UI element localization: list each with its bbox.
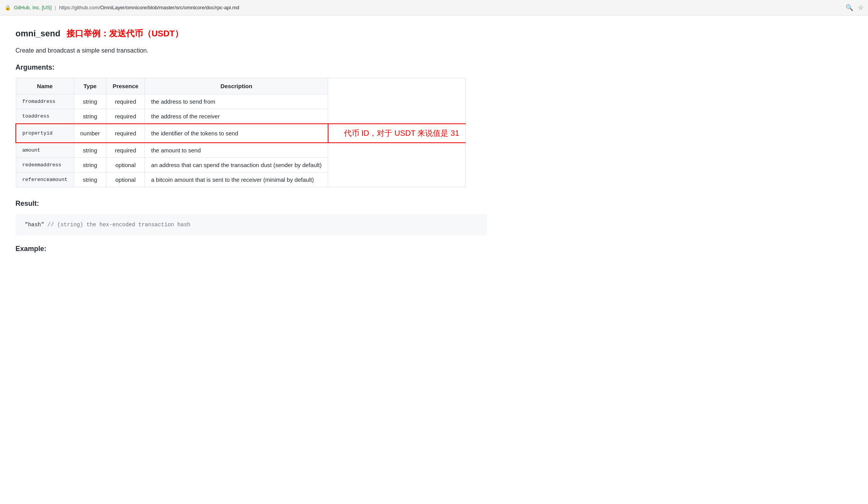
table-header-row: Name Type Presence Description <box>16 78 466 94</box>
cell-description: the address to send from <box>145 94 328 109</box>
annotation-text: 代币 ID，对于 USDT 来说值是 31 <box>336 129 460 137</box>
cell-name: amount <box>16 143 74 158</box>
url-path: OmniLayer/omnicore/blob/master/src/omnic… <box>100 5 239 10</box>
table-row: propertyidnumberrequiredthe identifier o… <box>16 124 466 143</box>
result-heading: Result: <box>15 200 487 208</box>
cell-description: a bitcoin amount that is sent to the rec… <box>145 173 328 187</box>
page-subtitle: 接口举例：发送代币（USDT） <box>66 28 183 39</box>
cell-name: propertyid <box>16 124 74 143</box>
cell-description: the address of the receiver <box>145 109 328 124</box>
browser-icons: 🔍 ☆ <box>846 4 863 11</box>
cell-presence: required <box>106 143 145 158</box>
arguments-heading: Arguments: <box>15 63 487 72</box>
empty-annotation-cell <box>328 94 466 109</box>
lock-icon: 🔒 <box>5 5 11 10</box>
cell-presence: required <box>106 94 145 109</box>
cell-name: fromaddress <box>16 94 74 109</box>
cell-type: string <box>74 158 106 173</box>
table-row: redeemaddressstringoptionalan address th… <box>16 158 466 173</box>
url-base: https://github.com/ <box>59 5 100 10</box>
result-code-block: "hash" // (string) the hex-encoded trans… <box>15 214 487 236</box>
empty-annotation-cell <box>328 143 466 158</box>
main-content: omni_send 接口举例：发送代币（USDT） Create and bro… <box>0 15 502 272</box>
url-separator: | <box>55 5 56 10</box>
result-section: Result: "hash" // (string) the hex-encod… <box>15 200 487 236</box>
cell-name: toaddress <box>16 109 74 124</box>
table-row: fromaddressstringrequiredthe address to … <box>16 94 466 109</box>
empty-annotation-cell <box>328 109 466 124</box>
url-bar[interactable]: https://github.com/OmniLayer/omnicore/bl… <box>59 5 842 10</box>
cell-description: the identifier of the tokens to send <box>145 124 328 143</box>
cell-presence: optional <box>106 158 145 173</box>
empty-annotation-cell <box>328 173 466 187</box>
cell-type: string <box>74 143 106 158</box>
highlighted-annotation: 代币 ID，对于 USDT 来说值是 31 <box>328 124 466 143</box>
cell-presence: required <box>106 124 145 143</box>
col-header-name: Name <box>16 78 74 94</box>
browser-bar: 🔒 GitHub, Inc. [US] | https://github.com… <box>0 0 868 15</box>
cell-description: an address that can spend the transactio… <box>145 158 328 173</box>
col-header-presence: Presence <box>106 78 145 94</box>
page-title-row: omni_send 接口举例：发送代币（USDT） <box>15 28 487 39</box>
col-header-type: Type <box>74 78 106 94</box>
star-icon[interactable]: ☆ <box>858 4 863 11</box>
cell-type: number <box>74 124 106 143</box>
annotation-col-header <box>328 78 466 94</box>
table-row: amountstringrequiredthe amount to send <box>16 143 466 158</box>
api-name: omni_send <box>15 29 60 39</box>
cell-presence: required <box>106 109 145 124</box>
table-row: referenceamountstringoptionala bitcoin a… <box>16 173 466 187</box>
cell-type: string <box>74 94 106 109</box>
site-info: GitHub, Inc. [US] <box>14 5 52 10</box>
empty-annotation-cell <box>328 158 466 173</box>
cell-type: string <box>74 173 106 187</box>
result-code-main: "hash" <box>25 222 48 228</box>
search-icon[interactable]: 🔍 <box>846 4 853 11</box>
result-code: "hash" // (string) the hex-encoded trans… <box>25 222 190 228</box>
arguments-table: Name Type Presence Description fromaddre… <box>15 78 466 187</box>
example-heading: Example: <box>15 245 487 253</box>
cell-name: referenceamount <box>16 173 74 187</box>
cell-presence: optional <box>106 173 145 187</box>
cell-name: redeemaddress <box>16 158 74 173</box>
cell-description: the amount to send <box>145 143 328 158</box>
page-description: Create and broadcast a simple send trans… <box>15 47 487 54</box>
col-header-description: Description <box>145 78 328 94</box>
table-row: toaddressstringrequiredthe address of th… <box>16 109 466 124</box>
cell-type: string <box>74 109 106 124</box>
result-code-comment: // (string) the hex-encoded transaction … <box>48 222 191 228</box>
